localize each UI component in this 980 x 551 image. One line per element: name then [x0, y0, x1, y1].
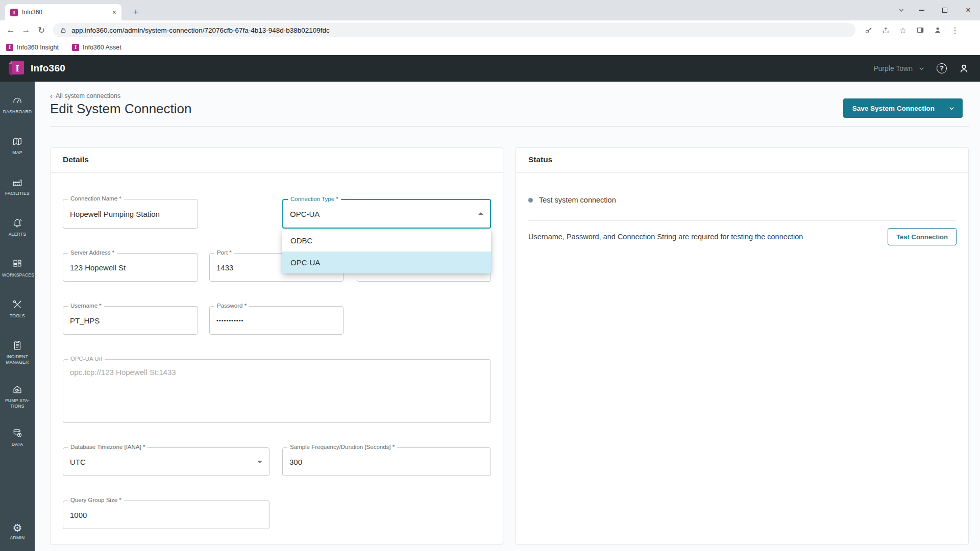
sidebar-label: TOOLS: [10, 313, 25, 319]
map-icon: [11, 136, 23, 147]
timezone-select[interactable]: Database Timezone [IANA] * UTC: [63, 447, 270, 476]
bookmark-icon: I: [6, 44, 13, 51]
new-tab-button[interactable]: +: [129, 5, 143, 19]
breadcrumb[interactable]: ‹ All system connections: [50, 92, 120, 99]
page-title: Edit System Connection: [50, 101, 191, 117]
main-content: ‹ All system connections Edit System Con…: [35, 82, 980, 551]
field-label: Connection Type *: [288, 196, 341, 202]
status-heading: Status: [528, 155, 552, 164]
password-field[interactable]: Password * •••••••••••: [209, 306, 344, 335]
field-value: OPC-UA: [290, 210, 320, 218]
tab-close-icon[interactable]: ×: [112, 9, 116, 16]
field-value: UTC: [70, 458, 86, 466]
field-value: Hopewell Pumping Station: [70, 210, 160, 218]
password-key-icon[interactable]: [864, 26, 873, 35]
app-brand: Info360: [31, 63, 65, 74]
field-value: PT_HPS: [70, 316, 100, 325]
field-label: Sample Frequency/Duration [Seconds] *: [287, 444, 397, 450]
field-label: Connection Name *: [68, 195, 124, 202]
bookmark-star-icon[interactable]: ☆: [898, 26, 908, 35]
query-group-size-field[interactable]: Query Group Size * 1000: [63, 500, 270, 529]
collapse-arrow-icon[interactable]: [478, 212, 483, 215]
connection-name-field[interactable]: Connection Name * Hopewell Pumping Stati…: [63, 199, 198, 229]
option-odbc[interactable]: ODBC: [282, 230, 491, 252]
field-label: Database Timezone [IANA] *: [68, 444, 148, 450]
connection-type-menu: ODBC OPC-UA: [282, 230, 491, 273]
sidebar-list: DASHBOARD MAP FACILITIES ALERTS WORKSPAC…: [0, 82, 35, 463]
sidebar-item-incident-manager[interactable]: INCIDENT MANAGER: [0, 335, 35, 379]
sidebar-item-dashboard[interactable]: DASHBOARD: [0, 90, 35, 131]
screen: I Info360 × + × ← → ↻ app.info360.com/ad…: [0, 0, 980, 551]
field-label: Username *: [68, 303, 104, 309]
gear-icon: ⚙: [13, 522, 22, 533]
expand-arrow-icon[interactable]: [257, 461, 262, 463]
bookmark-label: Info360 Asset: [83, 44, 121, 51]
pump-station-icon: [11, 384, 23, 395]
back-button[interactable]: ←: [3, 22, 18, 38]
sidebar-item-facilities[interactable]: FACILITIES: [0, 171, 35, 212]
url-text: app.info360.com/admin/system-connection/…: [71, 27, 330, 34]
tab-search-chevron-icon[interactable]: [893, 0, 910, 20]
field-value: •••••••••••: [216, 317, 243, 323]
window-maximize-button[interactable]: [933, 0, 957, 20]
field-value: 300: [289, 458, 302, 466]
sidebar-item-tools[interactable]: TOOLS: [0, 294, 35, 335]
connection-type-select[interactable]: Connection Type * OPC-UA: [282, 199, 491, 229]
gauge-icon: [11, 95, 23, 106]
menu-kebab-icon[interactable]: ⋮: [950, 26, 960, 35]
status-dot-icon: [528, 198, 533, 203]
sidebar-item-admin[interactable]: ⚙ ADMIN: [0, 512, 35, 551]
opcua-url-field[interactable]: OPC-UA Url opc.tcp://123 Hopewell St:143…: [63, 359, 491, 423]
sidebar: DASHBOARD MAP FACILITIES ALERTS WORKSPAC…: [0, 82, 35, 551]
divider: [51, 172, 503, 173]
window-close-button[interactable]: ×: [957, 0, 980, 20]
share-icon[interactable]: [881, 26, 890, 35]
field-label: Port *: [214, 249, 234, 256]
sample-frequency-field[interactable]: Sample Frequency/Duration [Seconds] * 30…: [282, 447, 491, 476]
sidebar-item-workspaces[interactable]: WORKSPACES: [0, 253, 35, 294]
field-value: 1000: [70, 511, 87, 519]
test-connection-button[interactable]: Test Connection: [888, 228, 957, 245]
help-icon[interactable]: ?: [937, 63, 947, 73]
profile-avatar-icon[interactable]: [933, 26, 942, 35]
bookmark-info360-asset[interactable]: I Info360 Asset: [72, 44, 121, 51]
option-opc-ua[interactable]: OPC-UA: [282, 252, 491, 273]
username-field[interactable]: Username * PT_HPS: [63, 306, 198, 335]
clipboard-icon: [11, 340, 23, 351]
server-address-field[interactable]: Server Address * 123 Hopewell St: [63, 253, 198, 282]
browser-tab[interactable]: I Info360 ×: [5, 4, 121, 20]
sidebar-item-data[interactable]: DATA: [0, 422, 35, 463]
sidebar-label: DASHBOARD: [3, 109, 32, 115]
browser-tab-strip: I Info360 × + ×: [0, 0, 980, 20]
sidebar-label: PUMP STA-TIONS: [2, 398, 33, 410]
lock-icon: [60, 27, 66, 34]
field-label: Query Group Size *: [68, 497, 124, 503]
tab-title: Info360: [22, 9, 108, 16]
factory-icon: [11, 177, 23, 188]
sidebar-item-pump-stations[interactable]: PUMP STA-TIONS: [0, 379, 35, 422]
chevron-down-icon[interactable]: [948, 105, 955, 112]
user-account-icon[interactable]: [958, 63, 970, 74]
bookmarks-bar: I Info360 Insight I Info360 Asset: [0, 40, 980, 55]
save-system-connection-button[interactable]: Save System Connection: [843, 98, 963, 118]
grid-icon: [11, 258, 23, 269]
reload-button[interactable]: ↻: [34, 22, 49, 38]
sidebar-label: WORKSPACES: [2, 272, 33, 278]
sidebar-item-alerts[interactable]: ALERTS: [0, 212, 35, 253]
bookmark-icon: I: [72, 44, 79, 51]
side-panel-icon[interactable]: [916, 26, 925, 35]
sidebar-label: ADMIN: [10, 535, 25, 541]
tenant-selector[interactable]: Purple Town: [873, 64, 925, 72]
test-connection-note: Username, Password, and Connection Strin…: [528, 228, 803, 245]
url-bar[interactable]: app.info360.com/admin/system-connection/…: [53, 23, 855, 37]
tenant-name: Purple Town: [873, 64, 913, 72]
svg-text:I: I: [15, 64, 19, 73]
forward-button[interactable]: →: [18, 22, 34, 38]
sidebar-label: DATA: [12, 442, 23, 447]
bookmark-info360-insight[interactable]: I Info360 Insight: [6, 44, 59, 51]
field-value: 123 Hopewell St: [70, 263, 126, 272]
status-item-label: Test system connection: [539, 196, 616, 204]
tools-icon: [11, 299, 23, 310]
sidebar-item-map[interactable]: MAP: [0, 131, 35, 171]
window-minimize-button[interactable]: [910, 0, 933, 20]
